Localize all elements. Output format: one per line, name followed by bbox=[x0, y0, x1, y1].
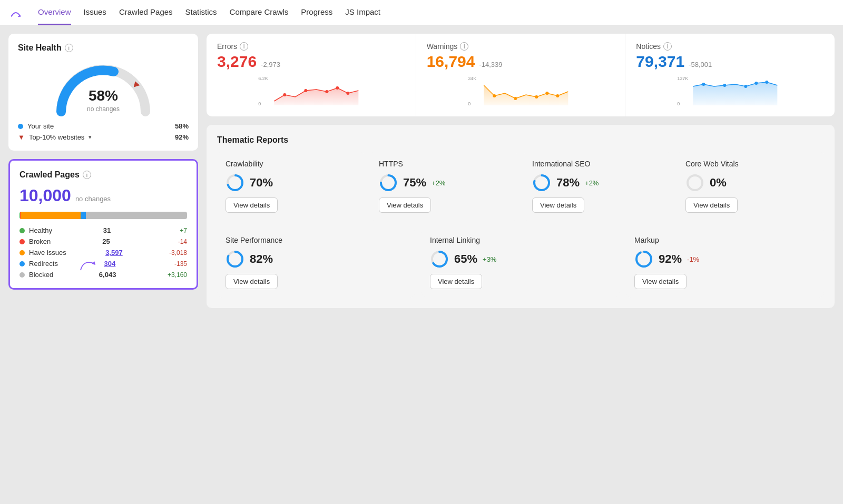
crawlability-donut bbox=[226, 173, 244, 192]
legend-row-your-site: Your site 58% bbox=[18, 122, 189, 130]
https-change: +2% bbox=[432, 179, 445, 187]
site-health-legend: Your site 58% ▼ Top-10% websites ▾ 92% bbox=[18, 122, 189, 141]
site-performance-donut bbox=[226, 250, 244, 269]
svg-marker-20 bbox=[693, 82, 778, 105]
internal-linking-title: Internal Linking bbox=[430, 236, 611, 244]
your-site-label: Your site bbox=[27, 122, 54, 130]
errors-card: Errors i 3,276 -2,973 6.2K 0 bbox=[207, 34, 416, 116]
internal-linking-view-details-button[interactable]: View details bbox=[430, 274, 482, 289]
crawled-number: 10,000 bbox=[19, 186, 71, 205]
main-content: Site Health i 58% no changes bbox=[0, 25, 843, 317]
notices-info-icon[interactable]: i bbox=[663, 42, 672, 51]
svg-point-9 bbox=[346, 92, 349, 95]
errors-delta: -2,973 bbox=[261, 61, 280, 68]
cp-row-healthy: Healthy 31 +7 bbox=[19, 226, 187, 234]
thematic-reports-card: Thematic Reports Crawlability 70% View d… bbox=[207, 125, 835, 308]
have-issues-count[interactable]: 3,597 bbox=[105, 249, 123, 256]
internal-linking-change: +3% bbox=[483, 255, 496, 263]
core-web-vitals-title: Core Web Vitals bbox=[685, 160, 816, 168]
metrics-row: Errors i 3,276 -2,973 6.2K 0 bbox=[207, 34, 835, 116]
svg-point-21 bbox=[702, 83, 705, 86]
svg-point-6 bbox=[304, 89, 307, 92]
redirects-dot bbox=[19, 261, 25, 266]
crawled-nochange: no changes bbox=[75, 195, 111, 203]
notices-delta: -58,001 bbox=[689, 61, 712, 68]
svg-point-22 bbox=[723, 84, 727, 87]
redirects-arrow-icon bbox=[78, 257, 99, 273]
https-view-details-button[interactable]: View details bbox=[379, 197, 431, 213]
thematic-card-internal-linking: Internal Linking 65% +3% View details bbox=[422, 228, 620, 298]
crawled-pages-info-icon[interactable]: i bbox=[83, 171, 91, 179]
broken-count: 25 bbox=[102, 238, 110, 245]
blocked-change: +3,160 bbox=[162, 271, 187, 279]
core-web-vitals-percent: 0% bbox=[710, 176, 727, 190]
broken-dot bbox=[19, 239, 25, 244]
redirects-label: Redirects bbox=[29, 260, 58, 268]
nav-item-overview[interactable]: Overview bbox=[38, 0, 71, 25]
https-percent: 75% bbox=[403, 176, 426, 190]
markup-donut bbox=[634, 250, 653, 269]
warnings-value: 16,794 bbox=[427, 53, 475, 71]
nav-item-js-impact[interactable]: JS Impact bbox=[345, 0, 380, 25]
your-site-value: 58% bbox=[175, 122, 189, 130]
svg-text:34K: 34K bbox=[468, 76, 476, 81]
site-performance-view-details-button[interactable]: View details bbox=[226, 274, 278, 289]
errors-value: 3,276 bbox=[217, 53, 257, 71]
cp-row-have-issues: Have issues 3,597 -3,018 bbox=[19, 249, 187, 256]
warnings-info-icon[interactable]: i bbox=[460, 42, 468, 51]
top-navigation: Overview Issues Crawled Pages Statistics… bbox=[0, 0, 843, 25]
healthy-count: 31 bbox=[103, 226, 111, 234]
nav-item-compare-crawls[interactable]: Compare Crawls bbox=[230, 0, 289, 25]
svg-text:0: 0 bbox=[678, 101, 680, 106]
nav-item-statistics[interactable]: Statistics bbox=[185, 0, 217, 25]
errors-label: Errors i bbox=[217, 42, 405, 51]
blocked-dot bbox=[19, 272, 25, 278]
top10-dropdown-icon[interactable]: ▾ bbox=[89, 134, 92, 141]
https-title: HTTPS bbox=[379, 160, 509, 168]
thematic-card-international-seo: International SEO 78% +2% View details bbox=[524, 151, 671, 221]
site-performance-title: Site Performance bbox=[226, 236, 407, 244]
cp-row-blocked: Blocked 6,043 +3,160 bbox=[19, 271, 187, 279]
healthy-dot bbox=[19, 228, 25, 233]
core-web-vitals-donut bbox=[685, 173, 704, 192]
nav-item-issues[interactable]: Issues bbox=[84, 0, 106, 25]
blocked-label: Blocked bbox=[29, 271, 53, 279]
svg-point-25 bbox=[766, 81, 769, 84]
markup-view-details-button[interactable]: View details bbox=[634, 274, 687, 289]
crawlability-percent: 70% bbox=[250, 176, 273, 190]
svg-point-17 bbox=[556, 94, 559, 97]
core-web-vitals-view-details-button[interactable]: View details bbox=[685, 197, 738, 213]
errors-info-icon[interactable]: i bbox=[240, 42, 248, 51]
broken-change: -14 bbox=[162, 238, 187, 245]
svg-point-23 bbox=[744, 85, 748, 88]
site-health-info-icon[interactable]: i bbox=[65, 44, 73, 52]
bar-issues bbox=[21, 212, 81, 219]
nav-item-crawled-pages[interactable]: Crawled Pages bbox=[119, 0, 173, 25]
crawlability-view-details-button[interactable]: View details bbox=[226, 197, 278, 213]
top10-triangle-icon: ▼ bbox=[18, 133, 25, 141]
markup-title: Markup bbox=[634, 236, 816, 244]
internal-linking-percent: 65% bbox=[454, 252, 477, 266]
thematic-card-core-web-vitals: Core Web Vitals 0% View details bbox=[677, 151, 824, 221]
svg-marker-12 bbox=[484, 85, 568, 105]
svg-point-8 bbox=[336, 86, 339, 90]
have-issues-label: Have issues bbox=[29, 249, 66, 256]
svg-point-13 bbox=[493, 94, 496, 97]
your-site-dot bbox=[18, 124, 23, 129]
notices-label: Notices i bbox=[636, 42, 824, 51]
thematic-grid-row1: Crawlability 70% View details HTTPS bbox=[217, 151, 824, 221]
redirects-count[interactable]: 304 bbox=[104, 260, 116, 268]
errors-chart: 6.2K 0 bbox=[217, 75, 405, 106]
thematic-card-markup: Markup 92% -1% View details bbox=[626, 228, 824, 298]
crawled-pages-list: Healthy 31 +7 Broken 25 -14 bbox=[19, 226, 187, 279]
international-seo-view-details-button[interactable]: View details bbox=[532, 197, 584, 213]
svg-point-16 bbox=[545, 92, 548, 95]
nav-item-progress[interactable]: Progress bbox=[301, 0, 332, 25]
warnings-label: Warnings i bbox=[427, 42, 615, 51]
notices-chart: 137K 0 bbox=[636, 75, 824, 106]
healthy-label: Healthy bbox=[29, 226, 52, 234]
cp-row-broken: Broken 25 -14 bbox=[19, 238, 187, 245]
international-seo-title: International SEO bbox=[532, 160, 662, 168]
warnings-chart: 34K 0 bbox=[427, 75, 615, 106]
site-performance-percent: 82% bbox=[250, 252, 273, 266]
